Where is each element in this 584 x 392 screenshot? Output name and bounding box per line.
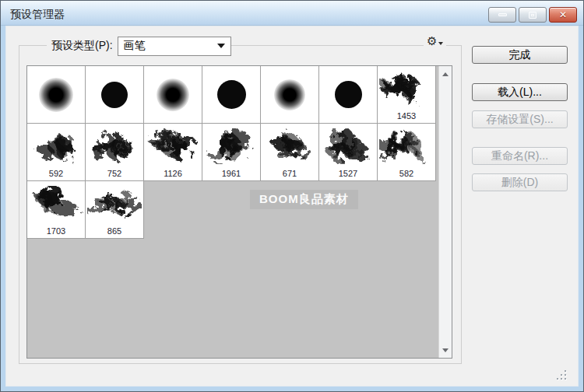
splatter-brush-thumbnail [86,124,143,169]
hard-brush-thumbnail [86,66,143,123]
brush-cell[interactable]: 865 [86,181,144,239]
chevron-down-icon [217,44,225,48]
brush-label: 1527 [339,169,357,179]
brush-label: 865 [107,226,121,236]
brush-cell[interactable] [86,66,144,124]
splatter-brush-thumbnail [202,124,260,169]
minimize-button[interactable] [488,7,516,23]
brush-cell[interactable]: 1126 [144,124,202,181]
brush-cell[interactable] [202,66,261,124]
done-button[interactable]: 完成 [472,46,568,64]
brush-label: 1703 [47,226,65,236]
brush-label: 1453 [397,111,416,121]
splatter-brush-thumbnail [319,124,377,169]
preset-type-label: 预设类型(P): [47,39,118,53]
minimize-icon [498,13,507,16]
brush-cell[interactable] [27,66,86,124]
close-icon: ✕ [559,10,567,19]
preset-type-row: 预设类型(P): 画笔 [47,36,231,56]
brush-cell[interactable]: 752 [86,124,144,181]
brush-label: 671 [283,169,297,179]
save-set-button: 存储设置(S)... [472,110,568,128]
window-controls: ✕ [488,7,577,23]
load-button[interactable]: 载入(L)... [472,83,568,101]
splatter-brush-thumbnail [261,124,318,169]
brush-cell[interactable]: 1703 [27,181,86,239]
brush-cell[interactable]: 582 [378,124,436,181]
maximize-button[interactable] [519,7,547,23]
splatter-brush-thumbnail [378,66,435,111]
scroll-up-button[interactable] [439,68,452,80]
watermark-text: BOOM良品素材 [250,190,358,209]
brush-label: 1126 [164,169,182,179]
soft-brush-thumbnail [27,66,85,123]
title-bar[interactable]: 预设管理器 ✕ [1,1,583,26]
preset-menu-button[interactable]: ⚙ [424,34,446,47]
delete-button: 删除(D) [472,173,568,191]
preset-type-select[interactable]: 画笔 [118,37,231,56]
preset-manager-dialog: 预设管理器 ✕ 预设类型(P): 画笔 ⚙ 145 [0,0,584,392]
brush-cell[interactable]: 1527 [319,124,378,181]
brush-cell[interactable]: 1961 [202,124,261,181]
dialog-body: 预设类型(P): 画笔 ⚙ 14535927521126196167115275… [5,26,579,387]
brush-cell[interactable] [144,66,202,124]
rename-button: 重命名(R)... [472,147,568,165]
soft-brush-thumbnail [261,66,318,123]
close-button[interactable]: ✕ [549,7,577,23]
hard-brush-thumbnail [202,66,260,123]
scroll-down-button[interactable] [439,344,452,356]
brush-label: 752 [107,169,121,179]
brush-cell[interactable] [319,66,378,124]
soft-brush-thumbnail [144,66,202,123]
maximize-icon [529,12,537,19]
splatter-brush-thumbnail [27,124,85,169]
preset-type-value: 画笔 [118,39,146,53]
splatter-brush-thumbnail [144,124,202,169]
hard-brush-thumbnail [319,66,377,123]
brush-cell[interactable]: 592 [27,124,86,181]
brush-label: 582 [399,169,413,179]
scrollbar[interactable] [438,66,452,358]
menu-caret-icon [438,42,443,45]
window-title: 预设管理器 [10,8,65,22]
brush-label: 592 [49,169,63,179]
splatter-brush-thumbnail [27,181,85,226]
brush-cell[interactable]: 671 [261,124,319,181]
resize-grip[interactable] [555,370,568,383]
gear-icon: ⚙ [427,34,437,47]
scroll-up-icon [442,72,449,76]
brush-cell[interactable]: 1453 [378,66,436,124]
brush-list: 14535927521126196167115275821703865 [26,65,452,359]
splatter-brush-thumbnail [378,124,435,169]
splatter-brush-thumbnail [86,181,143,226]
brush-cell[interactable] [261,66,319,124]
scroll-down-icon [442,348,449,352]
brush-grid: 14535927521126196167115275821703865 [27,66,436,239]
brush-label: 1961 [222,169,241,179]
